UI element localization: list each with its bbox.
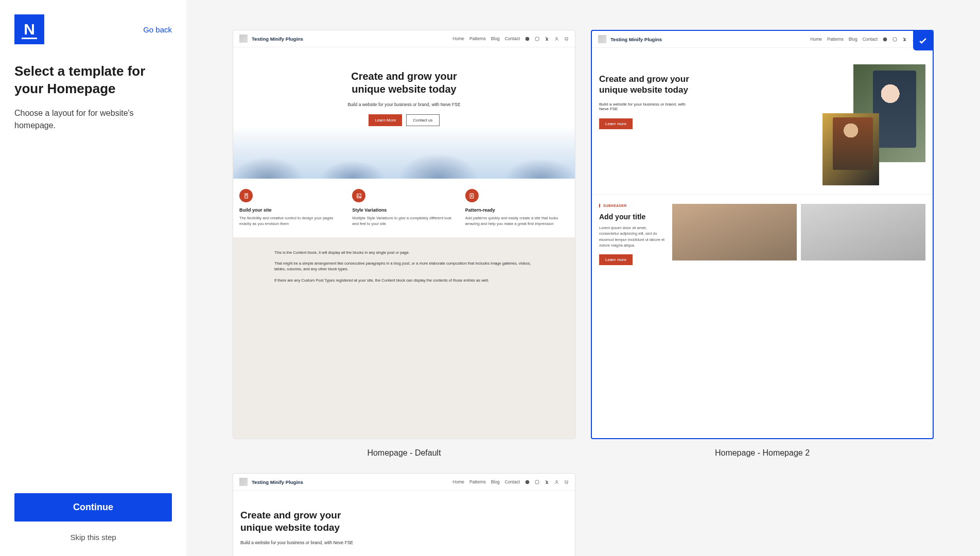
preview-hero: Create and grow yourunique website today… (599, 64, 817, 129)
preview-nav-item: Contact (863, 37, 878, 42)
preview-feature-desc: Add patterns quickly and easily create a… (465, 216, 569, 227)
preview-nav-item: Patterns (469, 479, 486, 484)
preview-nav-item: Blog (849, 37, 857, 42)
twitter-icon (545, 480, 549, 484)
download-icon (465, 189, 479, 202)
instagram-icon (535, 480, 539, 484)
preview-feature: Pattern-ready Add patterns quickly and e… (465, 189, 569, 227)
preview-hero: Create and grow yourunique website today… (233, 491, 575, 550)
preview-site-logo (598, 35, 606, 43)
preview-feature-desc: Multiple Style Variations to give a comp… (352, 216, 456, 227)
image-icon (352, 189, 365, 202)
user-icon (554, 480, 559, 484)
preview-nav-item: Contact (505, 479, 520, 484)
brand-logo: N (14, 14, 44, 44)
facebook-icon (883, 37, 887, 42)
preview-paragraph: That might be a simple arrangement like … (274, 260, 534, 272)
svg-point-15 (556, 480, 557, 482)
preview-section-title: Add your title (599, 213, 666, 221)
preview-content-block: This is the Content block, it will displ… (233, 237, 575, 439)
preview-nav-item: Blog (491, 36, 500, 41)
svg-rect-14 (535, 480, 539, 484)
preview-header: Testing Minify Plugins Home Patterns Blo… (592, 31, 933, 48)
preview-learn-more-button: Learn More (369, 114, 402, 126)
preview-nav-item: Home (810, 37, 822, 42)
sidebar: N Go back Select a template for your Hom… (0, 0, 186, 556)
template-gallery: Testing Minify Plugins Home Patterns Blo… (186, 0, 980, 556)
instagram-icon (892, 37, 897, 42)
svg-point-4 (567, 40, 568, 41)
preview-site-title: Testing Minify Plugins (610, 37, 662, 42)
preview-hero-images (822, 64, 925, 178)
preview-hero-subtitle: Build a website for your business or bra… (599, 102, 687, 111)
preview-site-logo (239, 478, 248, 486)
preview-header: Testing Minify Plugins Home Patterns Blo… (233, 30, 575, 47)
svg-point-0 (526, 37, 530, 41)
template-label: Homepage - Default (367, 448, 441, 458)
preview-feature-title: Build your site (239, 207, 343, 213)
preview-photo (822, 113, 879, 185)
svg-point-8 (883, 37, 887, 41)
preview-learn-more-button: Learn more (599, 118, 633, 129)
facebook-icon (525, 480, 530, 484)
page-title: Select a template for your Homepage (14, 63, 172, 98)
svg-point-3 (566, 40, 566, 41)
svg-point-16 (566, 483, 566, 484)
twitter-icon (902, 37, 907, 42)
preview-feature: Style Variations Multiple Style Variatio… (352, 189, 456, 227)
preview-paragraph: This is the Content block, it will displ… (274, 250, 534, 255)
preview-feature-title: Pattern-ready (465, 207, 569, 213)
template-card-homepage-2[interactable]: Testing Minify Plugins Home Patterns Blo… (591, 30, 934, 439)
preview-hero-subtitle: Build a website for your business or bra… (240, 540, 568, 545)
svg-rect-1 (535, 37, 539, 41)
preview-learn-more-button: Learn more (599, 254, 633, 265)
preview-feature-desc: The flexibility and creative control to … (239, 216, 343, 227)
preview-nav-item: Patterns (827, 37, 844, 42)
preview-hero-title: Create and grow yourunique website today (599, 74, 817, 96)
preview-site-title: Testing Minify Plugins (252, 36, 303, 42)
preview-section-body: Lorem ipsum dolor sit amet, consectetur … (599, 225, 666, 248)
preview-site-title: Testing Minify Plugins (252, 479, 303, 485)
preview-hero-subtitle: Build a website for your business or bra… (243, 102, 565, 107)
template-label: Homepage - Homepage 2 (715, 448, 810, 458)
preview-feature-title: Style Variations (352, 207, 456, 213)
instagram-icon (535, 37, 539, 41)
preview-photo (801, 204, 925, 260)
facebook-icon (525, 37, 530, 41)
preview-contact-button: Contact us (406, 114, 439, 126)
page-description: Choose a layout for for website's homepa… (14, 107, 172, 132)
preview-nav-item: Home (452, 36, 464, 41)
preview-hero-title: Create and grow yourunique website today (243, 70, 565, 96)
preview-feature: Build your site The flexibility and crea… (239, 189, 343, 227)
preview-header: Testing Minify Plugins Home Patterns Blo… (233, 474, 575, 491)
preview-nav-item: Home (452, 479, 464, 484)
preview-paragraph: If there are any Custom Post Types regis… (274, 277, 534, 283)
svg-point-13 (526, 480, 530, 484)
svg-point-17 (567, 483, 568, 484)
template-card-default[interactable]: Testing Minify Plugins Home Patterns Blo… (233, 30, 575, 439)
preview-site-logo (239, 34, 248, 43)
preview-section-text: SUBHEADER Add your title Lorem ipsum dol… (599, 204, 666, 265)
selected-check-icon (913, 31, 933, 50)
clipboard-icon (239, 189, 253, 202)
preview-hero: Create and grow yourunique website today… (233, 47, 575, 179)
preview-nav-item: Contact (505, 36, 520, 41)
svg-rect-9 (893, 38, 897, 41)
twitter-icon (545, 37, 549, 41)
cart-icon (564, 480, 569, 484)
cart-icon (564, 37, 569, 41)
svg-point-2 (556, 37, 557, 39)
preview-nav-item: Patterns (469, 36, 486, 41)
template-card-3[interactable]: Testing Minify Plugins Home Patterns Blo… (233, 473, 575, 556)
user-icon (554, 37, 559, 41)
continue-button[interactable]: Continue (14, 493, 172, 522)
preview-photo (672, 204, 797, 260)
skip-step-link[interactable]: Skip this step (14, 533, 172, 542)
preview-subheader: SUBHEADER (599, 204, 666, 207)
preview-hero-title: Create and grow yourunique website today (240, 509, 568, 534)
go-back-link[interactable]: Go back (143, 25, 172, 34)
preview-nav-item: Blog (491, 479, 500, 484)
